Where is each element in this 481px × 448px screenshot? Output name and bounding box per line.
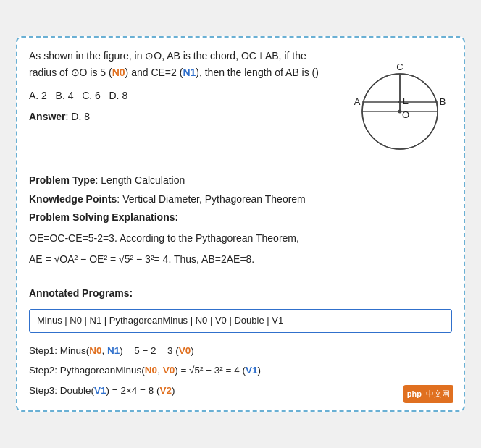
solving-label-line: Problem Solving Explanations:	[29, 208, 452, 227]
svg-text:B: B	[439, 96, 446, 107]
php-label: php	[407, 386, 422, 402]
problem-type-label: Problem Type	[29, 174, 96, 186]
answer-label: Answer	[29, 111, 66, 122]
step3-v2: V2	[160, 385, 172, 396]
step3-v1: V1	[94, 385, 106, 396]
program-sequence-box: Minus | N0 | N1 | PythagoreanMinus | N0 …	[29, 309, 452, 333]
circle-diagram: C A B E O	[346, 48, 451, 156]
analysis-section: Problem Type: Length Calculation Knowled…	[17, 164, 464, 276]
programs-title: Annotated Programs:	[29, 284, 452, 303]
problem-section: As shown in the figure, in ⊙O, AB is the…	[17, 38, 464, 164]
svg-text:E: E	[402, 96, 408, 106]
problem-text: As shown in the figure, in ⊙O, AB is the…	[29, 48, 336, 156]
step2-n0: N0	[145, 365, 157, 376]
step3-line: Step3: Double(V1) = 2×4 = 8 (V2)	[29, 381, 452, 400]
solving-line2: AE = √OA² − OE² = √5² − 3²= 4. Thus, AB=…	[29, 250, 452, 269]
svg-text:A: A	[354, 96, 360, 107]
php-badge: php 中文网	[403, 385, 453, 403]
step1-line: Step1: Minus(N0, N1) = 5 − 2 = 3 (V0)	[29, 342, 452, 360]
site-label: 中文网	[426, 386, 450, 402]
step2-line: Step2: PythagoreanMinus(N0, V0) = √5² − …	[29, 361, 452, 380]
step1-v0: V0	[179, 345, 191, 356]
n1-badge: N1	[183, 67, 196, 78]
diagram: C A B E O	[343, 48, 452, 156]
problem-type-value: Length Calculation	[101, 174, 185, 186]
knowledge-points-label: Knowledge Points	[29, 193, 117, 205]
knowledge-points-value: Vertical Diameter, Pythagorean Theorem	[122, 193, 306, 205]
programs-section: Annotated Programs: Minus | N0 | N1 | Py…	[17, 276, 464, 410]
knowledge-points-line: Knowledge Points: Vertical Diameter, Pyt…	[29, 190, 452, 208]
problem-description: As shown in the figure, in ⊙O, AB is the…	[29, 48, 336, 80]
svg-text:C: C	[396, 62, 403, 72]
main-card: As shown in the figure, in ⊙O, AB is the…	[16, 36, 465, 411]
step2-v0: V0	[163, 365, 175, 376]
step1-n0: N0	[89, 345, 101, 356]
svg-point-7	[398, 110, 401, 114]
svg-point-6	[398, 101, 401, 103]
solving-label: Problem Solving Explanations:	[29, 211, 178, 223]
answer-line: Answer: D. 8	[29, 109, 336, 124]
step1-n1: N1	[107, 345, 120, 356]
solving-line1: OE=OC-CE=5-2=3. According to the Pythago…	[29, 229, 452, 248]
program-sequence: Minus | N0 | N1 | PythagoreanMinus | N0 …	[37, 315, 283, 326]
choices: A. 2 B. 4 C. 6 D. 8	[29, 88, 336, 103]
step2-v1: V1	[246, 365, 258, 376]
svg-text:O: O	[401, 109, 409, 120]
problem-type-line: Problem Type: Length Calculation	[29, 172, 452, 190]
n0-badge: N0	[112, 67, 125, 78]
